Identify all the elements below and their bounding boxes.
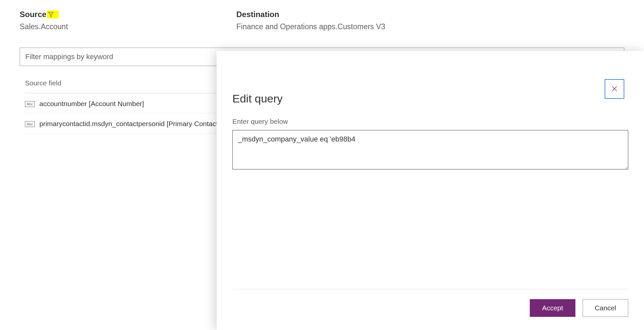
source-value: Sales.Account xyxy=(20,22,217,31)
dialog-title: Edit query xyxy=(232,92,628,105)
edit-query-dialog: Edit query Enter query below Accept Canc… xyxy=(217,51,644,330)
close-button[interactable] xyxy=(605,79,624,99)
query-input[interactable] xyxy=(232,130,628,169)
source-header-label: Source xyxy=(20,10,46,19)
cancel-button[interactable]: Cancel xyxy=(583,299,628,317)
accept-button[interactable]: Accept xyxy=(530,299,575,317)
text-type-icon: Abc xyxy=(25,101,35,107)
source-filter-highlight xyxy=(47,11,59,18)
destination-value: Finance and Operations apps.Customers V3 xyxy=(236,22,624,31)
close-icon xyxy=(611,85,618,94)
filter-icon[interactable] xyxy=(48,11,54,18)
text-type-icon: Abc xyxy=(25,121,35,127)
destination-header-label: Destination xyxy=(236,10,279,19)
dialog-query-label: Enter query below xyxy=(232,118,628,125)
source-field-cell: accountnumber [Account Number] xyxy=(39,99,144,108)
